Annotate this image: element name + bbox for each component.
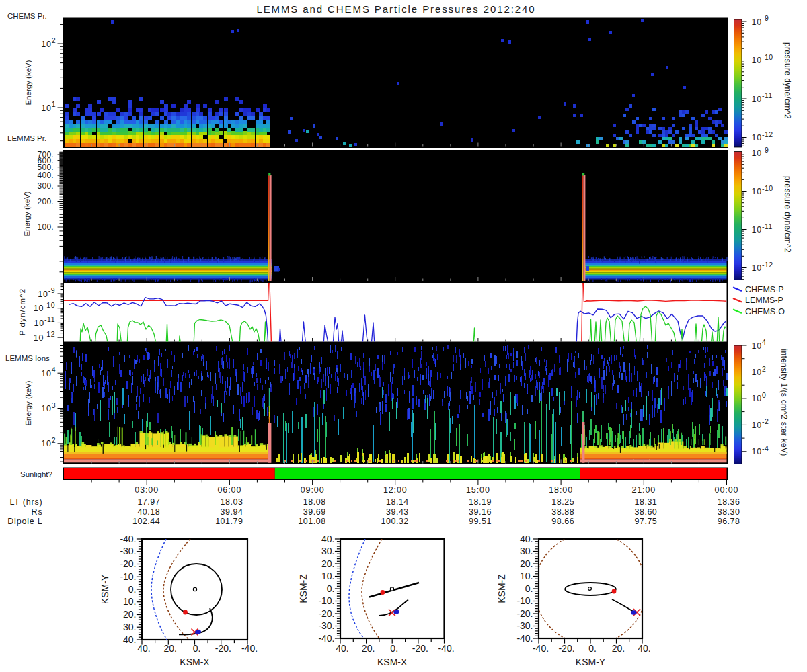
svg-text:0.: 0. [327,583,335,594]
svg-text:39.94: 39.94 [221,507,243,517]
svg-text:30.: 30. [520,546,533,556]
svg-text:10.: 10. [321,571,334,581]
svg-text:-10.: -10. [120,571,136,582]
svg-text:18.19: 18.19 [469,497,492,507]
svg-text:18.03: 18.03 [221,497,243,507]
svg-text:KSM-Z: KSM-Z [496,574,507,603]
svg-text:-30.: -30. [120,546,136,556]
svg-text:03:00: 03:00 [134,485,159,495]
svg-text:LEMMS and CHEMS Particle Press: LEMMS and CHEMS Particle Pressures 2012:… [256,3,535,15]
svg-text:39.69: 39.69 [303,507,326,517]
svg-text:pressure dyne/cm^2: pressure dyne/cm^2 [783,42,792,119]
svg-text:Rs: Rs [32,507,43,517]
svg-text:-40.: -40. [516,633,533,644]
svg-text:17.97: 17.97 [137,497,160,507]
svg-text:P dyn/cm^2: P dyn/cm^2 [18,288,26,336]
svg-text:09:00: 09:00 [301,485,325,495]
svg-text:96.78: 96.78 [718,517,740,526]
svg-text:intensity 1/(s cm^2 ster keV): intensity 1/(s cm^2 ster keV) [779,349,789,456]
svg-text:20.: 20. [163,643,176,654]
svg-text:101.08: 101.08 [298,517,325,526]
svg-text:-10.: -10. [318,595,334,606]
svg-text:39.16: 39.16 [469,507,492,517]
svg-text:Energy (keV): Energy (keV) [23,191,31,236]
svg-text:KSM-Z: KSM-Z [298,574,309,603]
svg-text:-20.: -20. [120,558,136,569]
svg-text:20.: 20. [362,643,375,654]
svg-text:20.: 20. [612,643,625,654]
svg-text:-40.: -40. [241,643,258,654]
svg-text:18.25: 18.25 [551,497,574,507]
svg-text:38.30: 38.30 [718,507,740,517]
svg-text:40.: 40. [336,643,348,654]
svg-text:-40.: -40. [318,633,334,644]
svg-text:-20.: -20. [516,608,533,619]
svg-text:-40.: -40. [120,534,136,544]
svg-text:39.43: 39.43 [386,507,409,517]
svg-text:-30.: -30. [318,620,334,631]
svg-text:18.14: 18.14 [386,497,409,507]
svg-text:18:00: 18:00 [549,485,573,495]
svg-text:0.: 0. [193,643,201,654]
svg-text:38.88: 38.88 [551,507,574,517]
svg-text:LEMMS Pr.: LEMMS Pr. [7,134,46,142]
svg-text:00:00: 00:00 [715,485,739,495]
svg-text:-20.: -20. [412,643,428,654]
svg-text:18.36: 18.36 [718,497,740,507]
svg-text:10.: 10. [123,596,136,607]
svg-text:101.79: 101.79 [215,517,243,526]
svg-text:0.: 0. [525,583,533,594]
svg-text:100.32: 100.32 [381,517,409,526]
svg-text:Energy (keV): Energy (keV) [24,60,32,105]
svg-text:Sunlight?: Sunlight? [20,470,52,478]
svg-text:Dipole L: Dipole L [7,517,42,526]
svg-text:15:00: 15:00 [466,485,490,495]
svg-text:20.: 20. [321,558,334,569]
svg-text:99.51: 99.51 [469,517,492,526]
svg-text:CHEMS-P: CHEMS-P [745,285,784,294]
svg-text:300.: 300. [37,181,54,191]
svg-text:LEMMS Ions: LEMMS Ions [5,354,50,362]
svg-text:-20.: -20. [558,643,574,654]
svg-text:10.: 10. [520,571,533,581]
svg-text:40.: 40. [638,643,650,654]
svg-text:06:00: 06:00 [218,485,242,495]
svg-text:pressure dyne/cm^2: pressure dyne/cm^2 [783,176,792,253]
svg-text:102.44: 102.44 [132,517,160,526]
svg-text:40.: 40. [520,534,533,544]
svg-text:18.31: 18.31 [635,497,658,507]
svg-text:40.: 40. [123,634,136,645]
svg-text:-40.: -40. [533,643,549,654]
svg-text:LT (hrs): LT (hrs) [10,497,43,507]
svg-text:200.: 200. [37,197,54,206]
svg-text:-40.: -40. [438,643,454,654]
svg-text:0.: 0. [128,584,137,595]
svg-text:18.08: 18.08 [303,497,326,507]
svg-text:20.: 20. [520,558,533,569]
svg-text:97.75: 97.75 [635,517,658,526]
svg-text:40.18: 40.18 [137,507,160,517]
svg-text:0.: 0. [390,643,398,654]
svg-text:30.: 30. [123,622,136,632]
svg-text:KSM-X: KSM-X [180,657,210,667]
svg-text:20.: 20. [123,609,136,620]
svg-text:KSM-Y: KSM-Y [100,574,110,604]
svg-text:100.: 100. [37,222,54,232]
svg-text:-20.: -20. [318,608,334,619]
svg-text:CHEMS-O: CHEMS-O [745,307,785,317]
svg-text:Energy (keV): Energy (keV) [24,380,32,425]
svg-text:LEMMS-P: LEMMS-P [745,296,783,305]
svg-text:0.: 0. [588,643,597,654]
svg-text:98.66: 98.66 [551,517,574,526]
svg-text:-30.: -30. [516,620,533,631]
svg-text:40.: 40. [321,534,334,544]
svg-text:400.: 400. [37,171,54,180]
svg-text:12:00: 12:00 [383,485,408,495]
svg-text:-20.: -20. [215,643,231,654]
svg-text:KSM-Y: KSM-Y [576,657,606,667]
svg-text:-10.: -10. [516,595,533,606]
svg-text:30.: 30. [321,546,334,556]
svg-text:40.: 40. [137,643,150,654]
svg-text:38.60: 38.60 [635,507,658,517]
svg-text:21:00: 21:00 [631,485,656,495]
